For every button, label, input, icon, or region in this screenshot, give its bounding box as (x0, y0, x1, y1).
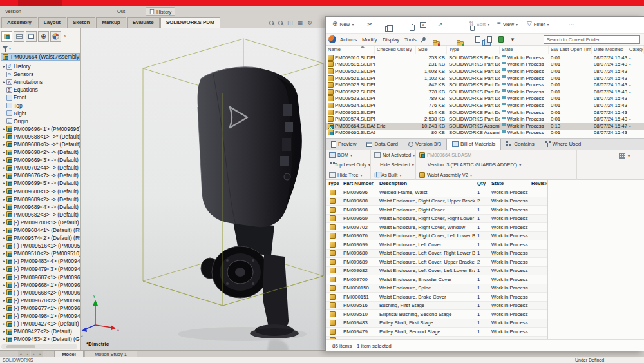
tree-item[interactable]: ▸PM009669<3> -> (Default) [W- (0, 156, 80, 164)
file-row[interactable]: PM009665.SLDASM80 KBSOLIDWORKS Assembl..… (326, 130, 644, 137)
expand-arrow-icon[interactable]: ▸ (2, 221, 6, 224)
displaymanager-tab[interactable] (50, 31, 61, 42)
tree-filter[interactable]: ▾ (3, 44, 11, 52)
ribbon-tab-assembly[interactable]: Assembly (1, 17, 37, 28)
tree-item[interactable]: Front (0, 93, 80, 101)
tree-item[interactable]: ▸(-) PM009498<1> (PM009498) (0, 312, 80, 320)
file-row[interactable]: PM009533.SLDPRT789 KBSOLIDWORKS Part Doc… (326, 95, 644, 103)
tree-item[interactable]: ▸(-) PM009483<4> (PM009483) (0, 257, 80, 265)
tree-item[interactable]: ▸(-) PM009700<1> (Default) (0, 219, 80, 226)
tree-item[interactable]: ▸PM009574<2> (Default) (R5-H. (0, 234, 80, 242)
expand-arrow-icon[interactable]: ▸ (2, 64, 6, 68)
ribbon-tab-solidworks-pdm[interactable]: SOLIDWORKS PDM (160, 17, 220, 28)
column-header-size[interactable]: Size (416, 46, 447, 54)
column-header-date-modified[interactable]: Date Modified (592, 46, 627, 54)
file-row[interactable]: PM009535.SLDPRT614 KBSOLIDWORKS Part Doc… (326, 109, 644, 116)
tree-item[interactable]: ▸(-) PM009668<1> (PM009668) (0, 281, 80, 289)
expand-arrow-icon[interactable]: ▸ (2, 150, 6, 154)
file-row[interactable]: PM009510.SLDPRT253 KBSOLIDWORKS Part Doc… (326, 54, 644, 61)
expand-arrow-icon[interactable]: ▸ (2, 213, 6, 217)
bom-row[interactable]: PM009700Waist Enclosure, Encoder Cover1W… (326, 275, 547, 284)
tree-item[interactable]: ▸PM009696<1> (PM009696) (A1 (0, 125, 80, 133)
pdm-tab-bill-of-materials[interactable]: Bill of Materials (446, 139, 501, 150)
tree-item[interactable]: ▸PM009453<2> (Default) (G-PC (0, 335, 80, 343)
pdm-tab-data-card[interactable]: Data Card (361, 139, 402, 150)
tree-item[interactable]: ▸PM009689<2> -> (Default) (0, 195, 80, 203)
file-row[interactable]: PM009520.SLDPRT1,008 KBSOLIDWORKS Part D… (326, 68, 644, 75)
expand-arrow-icon[interactable]: ▸ (2, 135, 6, 139)
expand-arrow-icon[interactable]: ▸ (2, 337, 6, 341)
bom-row[interactable]: PM009682Waist Enclosure, Left Cover, Lef… (326, 267, 547, 276)
expand-arrow-icon[interactable]: ▸ (2, 181, 6, 185)
bom-row[interactable]: PM009688Waist Enclosure, Right Cover, Up… (326, 197, 547, 206)
ribbon-tab-markup[interactable]: Markup (96, 17, 126, 28)
expand-arrow-icon[interactable]: ▸ (2, 251, 6, 255)
tree-item[interactable]: Right (0, 110, 80, 117)
zoom-fit-icon[interactable] (269, 21, 274, 25)
tree-item[interactable]: ▸PM009427<2> (Default) (0, 328, 80, 335)
menu-display[interactable]: Display (383, 37, 399, 43)
history-button[interactable]: History (146, 7, 175, 16)
tree-item[interactable]: ▸PM009698<2> -> (Default) (0, 148, 80, 156)
menu-modify[interactable]: Modify (362, 37, 377, 43)
expand-arrow-icon[interactable]: ▸ (2, 291, 6, 295)
bom-row[interactable]: PM009510Elliptical Bushing, Second Stage… (326, 310, 547, 319)
tree-item[interactable]: ▸PM009680<1> -> (Default) (0, 188, 80, 195)
tree-item[interactable]: ▸Annotations (0, 78, 80, 86)
tree-item[interactable]: ▸(-) PM009479<3> (PM009479) (0, 265, 80, 273)
tree-item[interactable]: ▸PM009699<5> -> (Default) (0, 179, 80, 187)
tree-item[interactable]: ▸(-) PM009516<1> (PM009516) (0, 242, 80, 250)
expand-arrow-icon[interactable]: ▸ (2, 173, 6, 177)
filter-button[interactable]: ▽ Filter ▾ (527, 21, 549, 27)
panel-expand-arrow[interactable]: › (64, 33, 66, 39)
expand-arrow-icon[interactable]: ▸ (2, 314, 6, 318)
column-header-state[interactable]: State (500, 46, 549, 54)
bom-column-header-type[interactable]: Type (326, 180, 341, 188)
expand-arrow-icon[interactable]: ▸ (2, 228, 6, 232)
tree-item[interactable]: ▸PM009688<1> ->* (Default) (0, 133, 80, 141)
column-header-name[interactable]: Name (326, 46, 375, 54)
tree-item[interactable]: ▸PM009684<1> (Default) (R5-H. (0, 226, 80, 234)
bom-column-header-qty[interactable]: Qty (475, 180, 489, 188)
tree-item[interactable]: Top (0, 101, 80, 109)
pdm-tab-contains[interactable]: Contains (501, 139, 540, 150)
zoom-area-icon[interactable] (278, 21, 283, 25)
bom-row[interactable]: PM009698Waist Enclosure, Right Cover1Wor… (326, 206, 547, 215)
file-row[interactable]: PM009664.SLDASMEric10,243 KBSOLIDWORKS A… (326, 123, 644, 130)
copy-icon[interactable] (385, 26, 390, 32)
expand-arrow-icon[interactable]: ▸ (2, 275, 6, 279)
tree-item[interactable]: ▸PM009702<4> -> (Default) (0, 164, 80, 172)
ribbon-tab-evaluate[interactable]: Evaluate (127, 17, 160, 28)
menu-tools[interactable]: Tools (404, 37, 417, 43)
expand-arrow-icon[interactable]: ▸ (2, 127, 6, 131)
more-options-button[interactable]: … (568, 19, 575, 26)
display-style-icon[interactable]: ▦ (298, 20, 303, 26)
bom-row[interactable]: PM009680Waist Enclosure, Left Cover, Rig… (326, 250, 547, 259)
ribbon-tab-sketch[interactable]: Sketch (67, 17, 95, 28)
file-row[interactable]: PM009574.SLDPRT2,538 KBSOLIDWORKS Part D… (326, 115, 644, 123)
tree-item[interactable]: Equations (0, 86, 80, 93)
chevron-down-icon[interactable]: ▾ (628, 153, 630, 158)
expand-arrow-icon[interactable]: ▸ (2, 236, 6, 240)
column-header-category[interactable]: Category (627, 46, 644, 54)
file-preview-icon[interactable] (487, 36, 492, 43)
section-view-icon[interactable]: ◫ (287, 20, 293, 26)
sort-button[interactable]: ⇅ Sort ▾ (469, 21, 489, 27)
share-icon[interactable]: ↗ (437, 21, 442, 28)
tree-item[interactable]: ▸PM009688<6> ->* (Default) (0, 141, 80, 148)
file-row[interactable]: PM009521.SLDPRT1,102 KBSOLIDWORKS Part D… (326, 75, 644, 82)
expand-arrow-icon[interactable]: ▸ (2, 267, 6, 271)
expand-arrow-icon[interactable]: ▸ (2, 259, 6, 263)
expand-arrow-icon[interactable]: ▸ (2, 329, 6, 333)
graphics-viewport[interactable]: Y x z *Dimetric (81, 28, 325, 350)
bom-column-header-revision[interactable]: Revision (529, 180, 547, 188)
bom-row[interactable]: PM009702Waist Enclosure, Right Cover, Wi… (326, 223, 547, 232)
tree-item[interactable]: ▸(-) PM009427<1> (Default) (0, 320, 80, 328)
bom-row[interactable]: PMI000151Waist Enclosure, Brake Cover1Wo… (326, 293, 547, 302)
tree-item[interactable]: ▸History (0, 63, 80, 70)
new-button[interactable]: ⊕ New ▾ (332, 21, 354, 27)
bom-row[interactable]: PM009483Pulley Shaft, First Stage1Work i… (326, 319, 547, 328)
expand-arrow-icon[interactable]: ▸ (2, 166, 6, 170)
paste-icon[interactable] (410, 25, 415, 31)
rename-icon[interactable]: A (420, 22, 426, 28)
